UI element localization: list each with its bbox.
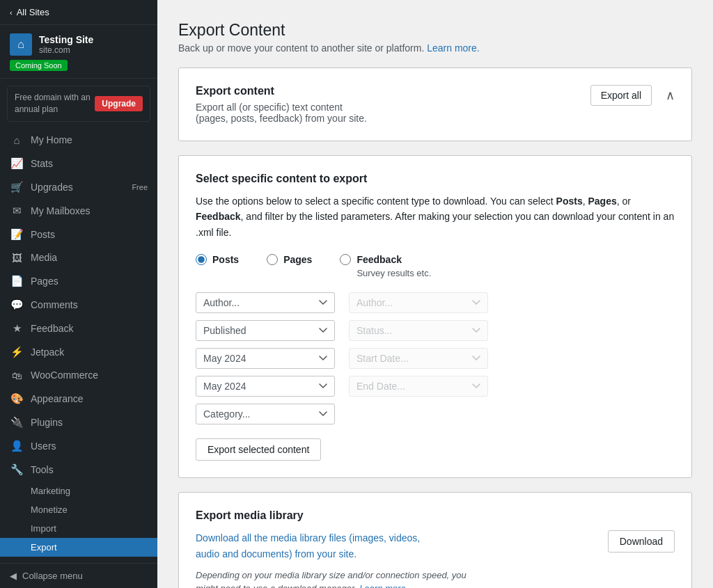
feedback-icon: ★ (10, 322, 24, 335)
users-icon: 👤 (10, 440, 24, 452)
posts-radio-label[interactable]: Posts (212, 254, 239, 265)
sidebar-item-feedback[interactable]: ★ Feedback (0, 317, 157, 340)
export-content-card: Export content Export all (or specific) … (178, 67, 692, 141)
sidebar-item-label: Feedback (31, 323, 73, 334)
export-content-info: Export content Export all (or specific) … (196, 85, 367, 124)
jetpack-icon: ⚡ (10, 346, 24, 358)
back-label: All Sites (17, 7, 49, 17)
feedback-radio-group: Feedback Survey results etc. (340, 254, 431, 278)
woocommerce-icon: 🛍 (10, 370, 24, 381)
end-month-filter[interactable]: May 2024 (196, 376, 335, 397)
sidebar-item-media[interactable]: 🖼 Media (0, 246, 157, 269)
page-subtitle: Back up or move your content to another … (178, 42, 692, 54)
upgrades-icon: 🛒 (10, 181, 24, 193)
main-content: Export Content Back up or move your cont… (157, 0, 713, 588)
sidebar-item-users[interactable]: 👤 Users (0, 434, 157, 458)
media-title: Export media library (196, 509, 675, 522)
pages-start-date-filter[interactable]: Start Date... (349, 348, 488, 369)
sidebar-sub-monetize[interactable]: Monetize (0, 500, 157, 519)
posts-filter-col: Author... Published May 2024 May 2024 Ca… (196, 292, 335, 424)
sidebar-item-pages[interactable]: 📄 Pages (0, 269, 157, 293)
content-type-radio-group: Posts Pages Feedback Survey results etc. (196, 254, 675, 278)
sidebar-item-label: Media (31, 252, 57, 263)
sidebar-item-label: Plugins (31, 417, 63, 428)
export-all-button[interactable]: Export all (590, 85, 652, 106)
appearance-icon: 🎨 (10, 392, 24, 405)
media-icon: 🖼 (10, 252, 24, 264)
sidebar-item-jetpack[interactable]: ⚡ Jetpack (0, 340, 157, 364)
posts-radio[interactable] (196, 254, 207, 265)
pages-end-date-filter[interactable]: End Date... (349, 376, 488, 397)
sidebar-item-label: My Mailboxes (31, 205, 91, 216)
feedback-radio-label[interactable]: Feedback (356, 254, 402, 265)
sidebar-item-mailboxes[interactable]: ✉ My Mailboxes (0, 199, 157, 223)
page-title: Export Content (178, 21, 692, 40)
posts-radio-group: Posts (196, 254, 239, 265)
download-button[interactable]: Download (608, 530, 675, 553)
pages-author-filter[interactable]: Author... (349, 292, 488, 313)
feedback-sub-text: Survey results etc. (356, 268, 431, 278)
learn-more-link[interactable]: Learn more. (427, 42, 479, 54)
sidebar-item-label: Upgrades (31, 182, 73, 193)
collapse-icon: ◀ (10, 571, 17, 581)
sidebar-item-comments[interactable]: 💬 Comments (0, 293, 157, 317)
export-content-desc: Export all (or specific) text content(pa… (196, 102, 367, 124)
collapse-menu[interactable]: ◀ Collapse menu (0, 563, 157, 588)
tools-icon: 🔧 (10, 463, 24, 476)
upgrade-banner: Free domain with an annual plan Upgrade (7, 86, 150, 122)
media-description: Download all the media library files (im… (196, 530, 432, 562)
sidebar-item-label: Jetpack (31, 347, 64, 358)
pages-radio-label[interactable]: Pages (283, 254, 312, 265)
sidebar-item-label: Comments (31, 299, 78, 310)
site-info: ⌂ Testing Site site.com Coming Soon (0, 25, 157, 79)
pages-radio-group: Pages (267, 254, 312, 265)
site-name: Testing Site (39, 34, 93, 45)
upgrades-badge: Free (132, 183, 148, 191)
sidebar-sub-import[interactable]: Import (0, 519, 157, 538)
sidebar-item-label: WooCommerce (31, 370, 98, 381)
site-icon: ⌂ (10, 33, 32, 56)
back-to-all-sites[interactable]: ‹ All Sites (0, 0, 157, 25)
collapse-label: Collapse menu (22, 571, 83, 581)
stats-icon: 📈 (10, 157, 24, 170)
feedback-radio[interactable] (340, 254, 351, 265)
page-subtitle-text: Back up or move your content to another … (178, 42, 424, 54)
sidebar-item-my-home[interactable]: ⌂ My Home (0, 129, 157, 152)
pages-filter-col: Author... Status... Start Date... End Da… (349, 292, 488, 424)
start-month-filter[interactable]: May 2024 (196, 348, 335, 369)
sidebar-item-upgrades[interactable]: 🛒 Upgrades Free (0, 175, 157, 199)
media-learn-more-link[interactable]: Learn more. (359, 583, 408, 588)
sidebar-sub-export[interactable]: Export (0, 538, 157, 557)
pages-radio[interactable] (267, 254, 278, 265)
comments-icon: 💬 (10, 299, 24, 311)
sidebar-item-label: Posts (31, 229, 55, 240)
export-selected-button[interactable]: Export selected content (196, 438, 321, 461)
sidebar-item-stats[interactable]: 📈 Stats (0, 152, 157, 175)
sidebar-item-appearance[interactable]: 🎨 Appearance (0, 387, 157, 411)
pages-status-filter[interactable]: Status... (349, 320, 488, 341)
category-filter[interactable]: Category... (196, 404, 335, 424)
upgrade-button[interactable]: Upgrade (95, 96, 143, 111)
sidebar-item-label: Stats (31, 158, 53, 169)
sidebar-navigation: ⌂ My Home 📈 Stats 🛒 Upgrades Free ✉ My M… (0, 129, 157, 563)
back-chevron-icon: ‹ (10, 8, 13, 17)
pages-icon: 📄 (10, 275, 24, 287)
posts-icon: 📝 (10, 228, 24, 241)
collapse-card-icon[interactable]: ∧ (666, 88, 675, 103)
status-filter[interactable]: Published (196, 320, 335, 341)
sidebar: ‹ All Sites ⌂ Testing Site site.com Comi… (0, 0, 157, 588)
sidebar-item-label: Users (31, 440, 56, 452)
export-content-title: Export content (196, 85, 367, 97)
coming-soon-badge: Coming Soon (10, 60, 68, 71)
sidebar-item-label: Appearance (31, 393, 84, 404)
sidebar-item-posts[interactable]: 📝 Posts (0, 223, 157, 246)
sidebar-item-tools[interactable]: 🔧 Tools (0, 458, 157, 482)
author-filter[interactable]: Author... (196, 292, 335, 313)
sidebar-sub-marketing[interactable]: Marketing (0, 482, 157, 500)
sidebar-item-woocommerce[interactable]: 🛍 WooCommerce (0, 364, 157, 387)
mail-icon: ✉ (10, 205, 24, 217)
sidebar-item-label: My Home (31, 134, 72, 145)
media-info: Download all the media library files (im… (196, 530, 474, 588)
select-content-title: Select specific content to export (196, 173, 675, 185)
sidebar-item-plugins[interactable]: 🔌 Plugins (0, 411, 157, 434)
